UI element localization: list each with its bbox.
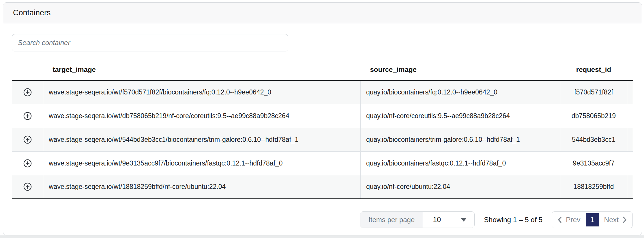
row-spacer-cell <box>627 175 633 199</box>
cell-target-image: wave.stage-seqera.io/wt/f570d571f82f/bio… <box>43 80 361 104</box>
expand-row-button[interactable] <box>12 80 43 104</box>
cell-target-image: wave.stage-seqera.io/wt/db758065b219/nf-… <box>43 104 361 128</box>
cell-source-image: quay.io/biocontainers/fastqc:0.12.1--hdf… <box>361 151 560 175</box>
plus-circle-icon <box>23 159 32 168</box>
row-spacer-cell <box>627 104 633 128</box>
search-input[interactable] <box>12 34 288 51</box>
cell-request-id: f570d571f82f <box>560 80 627 104</box>
chevron-left-icon <box>558 216 562 224</box>
chevron-right-icon <box>622 216 627 224</box>
column-header-target-image: target_image <box>43 60 361 80</box>
expand-row-button[interactable] <box>12 128 43 151</box>
table-row: wave.stage-seqera.io/wt/9e3135acc9f7/bio… <box>12 151 633 175</box>
cell-request-id: 18818259bffd <box>560 175 627 199</box>
cell-request-id: 544bd3eb3cc1 <box>560 128 627 151</box>
column-header-request-id: request_id <box>560 60 627 80</box>
cell-target-image: wave.stage-seqera.io/wt/544bd3eb3cc1/bio… <box>43 128 361 151</box>
plus-circle-icon <box>23 111 32 120</box>
card-body: target_image source_image request_id wav… <box>3 23 642 228</box>
expand-column-header <box>12 60 43 80</box>
prev-page-button[interactable]: Prev <box>558 216 580 224</box>
table-row: wave.stage-seqera.io/wt/544bd3eb3cc1/bio… <box>12 128 633 151</box>
column-header-source-image: source_image <box>361 60 560 80</box>
row-spacer-cell <box>627 128 633 151</box>
card-header: Containers <box>3 3 642 23</box>
items-per-page-label: Items per page <box>360 212 423 228</box>
cell-source-image: quay.io/nf-core/coreutils:9.5--ae99c88a9… <box>361 104 560 128</box>
pager: Prev 1 Next <box>552 211 633 228</box>
cell-target-image: wave.stage-seqera.io/wt/9e3135acc9f7/bio… <box>43 151 361 175</box>
row-spacer-cell <box>627 151 633 175</box>
plus-circle-icon <box>23 88 32 97</box>
next-page-button[interactable]: Next <box>604 216 627 224</box>
plus-circle-icon <box>23 135 32 144</box>
cell-source-image: quay.io/nf-core/ubuntu:22.04 <box>361 175 560 199</box>
caret-down-icon <box>460 218 467 222</box>
cell-target-image: wave.stage-seqera.io/wt/18818259bffd/nf-… <box>43 175 361 199</box>
expand-row-button[interactable] <box>12 175 43 199</box>
row-spacer-cell <box>627 80 633 104</box>
cell-request-id: 9e3135acc9f7 <box>560 151 627 175</box>
current-page-button[interactable]: 1 <box>586 213 599 226</box>
page-title: Containers <box>13 8 51 17</box>
next-page-label: Next <box>604 216 619 224</box>
containers-card: Containers target_image source_image req… <box>3 2 642 235</box>
table-header: target_image source_image request_id <box>12 60 633 80</box>
table-body: wave.stage-seqera.io/wt/f570d571f82f/bio… <box>12 80 633 199</box>
showing-range-text: Showing 1 – 5 of 5 <box>484 216 542 224</box>
expand-row-button[interactable] <box>12 104 43 128</box>
table-row: wave.stage-seqera.io/wt/18818259bffd/nf-… <box>12 175 633 199</box>
table-row: wave.stage-seqera.io/wt/db758065b219/nf-… <box>12 104 633 128</box>
page-background-strip <box>0 235 644 238</box>
cell-source-image: quay.io/biocontainers/fq:0.12.0--h9ee064… <box>361 80 560 104</box>
spacer-column-header <box>627 60 633 80</box>
containers-table: target_image source_image request_id wav… <box>12 60 633 199</box>
items-per-page-value: 10 <box>433 215 441 224</box>
table-row: wave.stage-seqera.io/wt/f570d571f82f/bio… <box>12 80 633 104</box>
cell-request-id: db758065b219 <box>560 104 627 128</box>
plus-circle-icon <box>23 182 32 191</box>
pagination-bar: Items per page 10 Showing 1 – 5 of 5 Pre… <box>12 211 633 228</box>
prev-page-label: Prev <box>566 216 580 224</box>
items-per-page-select[interactable]: 10 <box>423 212 474 228</box>
cell-source-image: quay.io/biocontainers/trim-galore:0.6.10… <box>361 128 560 151</box>
expand-row-button[interactable] <box>12 151 43 175</box>
items-per-page-control: Items per page 10 <box>360 211 475 228</box>
